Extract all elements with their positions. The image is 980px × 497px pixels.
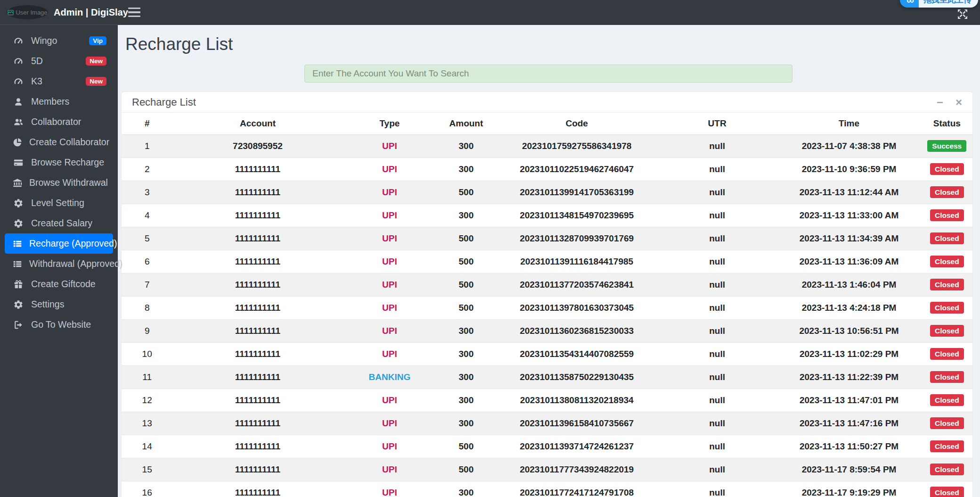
sidebar-item-recharge-approved[interactable]: Recharge (Approved) [5, 233, 113, 254]
sidebar-item-level-setting[interactable]: Level Setting [5, 193, 113, 213]
cell-account: 1111111111 [172, 296, 343, 319]
cell-amount: 300 [436, 157, 496, 181]
cell-type: UPI [343, 273, 437, 296]
cell-amount: 500 [436, 435, 496, 458]
cell-utr: null [658, 365, 777, 389]
table-row: 10 1111111111 UPI 300 202310113543144070… [122, 342, 972, 365]
page-title: Recharge List [118, 25, 980, 54]
cell-amount: 300 [436, 389, 496, 412]
sidebar-item-withdrawal-approved[interactable]: Withdrawal (Approved) [5, 254, 113, 274]
cell-type: UPI [343, 389, 437, 412]
hamburger-menu-icon[interactable] [128, 8, 140, 17]
cell-type: UPI [343, 412, 437, 435]
cell-account: 1111111111 [172, 365, 343, 389]
cell-type: UPI [343, 134, 437, 157]
credit-card-icon [12, 157, 24, 168]
cell-num: 14 [122, 435, 172, 458]
status-badge: Closed [930, 163, 964, 175]
cell-code: 20231011397801630373045 [496, 296, 658, 319]
cell-code: 20231011328709939701769 [496, 227, 658, 250]
status-badge: Closed [930, 464, 964, 476]
list-icon [12, 259, 23, 269]
header-status: Status [922, 113, 972, 134]
tachometer-icon [12, 56, 24, 66]
cell-time: 2023-11-13 1:46:04 PM [777, 273, 922, 296]
cell-amount: 500 [436, 273, 496, 296]
table-body: 1 7230895952 UPI 300 2023101759275586341… [122, 134, 972, 497]
cell-time: 2023-11-13 11:36:09 AM [777, 250, 922, 273]
close-icon[interactable]: × [956, 97, 962, 108]
upload-overlay-label: 拖拽至此上传 [919, 0, 978, 8]
sidebar-item-browse-recharge[interactable]: Browse Recharge [5, 152, 113, 173]
header-utr: UTR [658, 113, 777, 134]
header-account: Account [172, 113, 343, 134]
cell-account: 1111111111 [172, 250, 343, 273]
cell-utr: null [658, 296, 777, 319]
sidebar-item-settings[interactable]: Settings [5, 294, 113, 315]
sidebar-nav: Wingo Vip 5D New K3 New Members Collabor… [0, 25, 118, 340]
table-header-row: # Account Type Amount Code UTR Time Stat… [122, 113, 972, 134]
cogs-icon [12, 198, 24, 208]
cell-num: 9 [122, 319, 172, 342]
cell-code: 20231011777343924822019 [496, 458, 658, 481]
users-icon [12, 117, 24, 127]
top-navbar: ∞ 拖拽至此上传 [118, 0, 980, 25]
cell-time: 2023-11-13 11:33:00 AM [777, 204, 922, 227]
upload-overlay-pill[interactable]: ∞ 拖拽至此上传 [900, 0, 978, 8]
recharge-list-card: Recharge List − × # Account Type Amount … [122, 92, 972, 497]
sidebar-item-go-to-website[interactable]: Go To Website [5, 315, 113, 335]
cell-account: 1111111111 [172, 435, 343, 458]
cell-type: UPI [343, 319, 437, 342]
cell-amount: 300 [436, 412, 496, 435]
cell-code: 2023101759275586341978 [496, 134, 658, 157]
status-badge: Closed [930, 232, 964, 245]
cell-status: Success [922, 134, 972, 157]
cell-time: 2023-11-13 11:34:39 AM [777, 227, 922, 250]
sidebar-item-k3[interactable]: K3 New [5, 71, 113, 91]
tachometer-icon [12, 76, 24, 87]
sidebar-badge: New [86, 57, 106, 66]
cell-status: Closed [922, 458, 972, 481]
status-badge: Closed [930, 394, 964, 406]
sidebar-item-create-collaborator[interactable]: Create Collaborator [5, 132, 113, 152]
cell-type: UPI [343, 227, 437, 250]
sidebar-item-created-salary[interactable]: Created Salary [5, 213, 113, 233]
search-input[interactable] [304, 65, 792, 83]
cell-status: Closed [922, 296, 972, 319]
sidebar-item-browse-withdrawal[interactable]: Browse Withdrawal [5, 173, 113, 193]
cell-num: 11 [122, 365, 172, 389]
cell-account: 1111111111 [172, 204, 343, 227]
sidebar-item-wingo[interactable]: Wingo Vip [5, 31, 113, 51]
brand[interactable]: User Image Admin | DigiSlay [0, 0, 118, 25]
cell-account: 1111111111 [172, 342, 343, 365]
cell-utr: null [658, 481, 777, 497]
cell-status: Closed [922, 227, 972, 250]
table-row: 12 1111111111 UPI 300 202310113808113202… [122, 389, 972, 412]
cell-status: Closed [922, 204, 972, 227]
cell-status: Closed [922, 342, 972, 365]
cell-amount: 300 [436, 134, 496, 157]
cell-num: 15 [122, 458, 172, 481]
status-badge: Closed [930, 348, 964, 360]
card-header: Recharge List − × [122, 92, 972, 113]
minimize-icon[interactable]: − [937, 97, 943, 108]
cog-icon [12, 299, 24, 310]
header-num: # [122, 113, 172, 134]
cell-account: 1111111111 [172, 481, 343, 497]
fullscreen-icon[interactable] [956, 7, 970, 21]
sidebar-item-members[interactable]: Members [5, 91, 113, 112]
cell-code: 20231011380811320218934 [496, 389, 658, 412]
cell-account: 1111111111 [172, 227, 343, 250]
cell-code: 20231011358750229130435 [496, 365, 658, 389]
sidebar-item-collaborator[interactable]: Collaborator [5, 112, 113, 132]
sidebar-item-5d[interactable]: 5D New [5, 51, 113, 71]
cell-code: 20231011399141705363199 [496, 181, 658, 204]
user-image-placeholder: User Image [7, 5, 48, 19]
cell-code: 20231011354314407082559 [496, 342, 658, 365]
cell-utr: null [658, 227, 777, 250]
main-content: Recharge List Recharge List − × # Accoun… [118, 25, 980, 497]
cell-num: 4 [122, 204, 172, 227]
table-row: 9 1111111111 UPI 300 2023101136023681523… [122, 319, 972, 342]
sidebar-item-create-giftcode[interactable]: Create Giftcode [5, 274, 113, 294]
cell-utr: null [658, 204, 777, 227]
